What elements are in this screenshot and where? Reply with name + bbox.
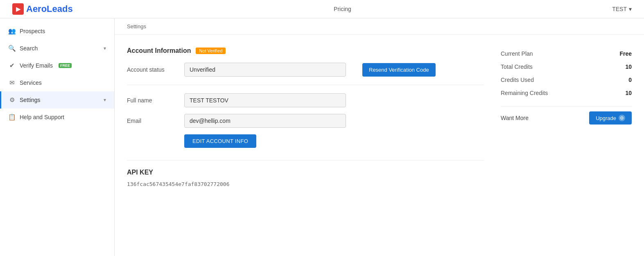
account-status-input[interactable] bbox=[184, 63, 346, 77]
remaining-credits-row: Remaining Credits 10 bbox=[501, 86, 632, 100]
full-name-group: Full name bbox=[127, 93, 484, 107]
help-icon: 📋 bbox=[8, 113, 16, 121]
settings-icon: ⚙ bbox=[8, 96, 16, 104]
email-label: Email bbox=[127, 118, 176, 124]
account-status-group: Account status bbox=[127, 63, 346, 77]
sidebar-item-label: Verify Emails bbox=[20, 62, 53, 69]
settings-panel: Account Information Not Verified Account… bbox=[127, 47, 484, 187]
sidebar-item-search[interactable]: 🔍 Search ▾ bbox=[0, 40, 114, 57]
sidebar-item-verify-emails[interactable]: ✔ Verify Emails FREE bbox=[0, 57, 114, 74]
sidebar-item-label: Prospects bbox=[20, 28, 45, 34]
account-status-row: Account status Resend Verification Code bbox=[127, 63, 484, 85]
user-menu[interactable]: TEST ▾ bbox=[612, 6, 632, 12]
sidebar-item-settings[interactable]: ⚙ Settings ▾ bbox=[0, 91, 114, 109]
current-plan-label: Current Plan bbox=[501, 50, 533, 57]
search-icon: 🔍 bbox=[8, 45, 16, 52]
layout: 👥 Prospects 🔍 Search ▾ ✔ Verify Emails F… bbox=[0, 18, 644, 256]
credits-used-row: Credits Used 0 bbox=[501, 73, 632, 86]
sidebar: 👥 Prospects 🔍 Search ▾ ✔ Verify Emails F… bbox=[0, 18, 115, 256]
credits-used-label: Credits Used bbox=[501, 77, 534, 83]
content-area: Account Information Not Verified Account… bbox=[115, 35, 644, 199]
section-title: Account Information Not Verified bbox=[127, 47, 484, 54]
total-credits-row: Total Credits 10 bbox=[501, 60, 632, 73]
sidebar-item-prospects[interactable]: 👥 Prospects bbox=[0, 23, 114, 40]
sidebar-item-label: Services bbox=[20, 79, 42, 86]
account-info-title: Account Information bbox=[127, 47, 191, 54]
prospects-icon: 👥 bbox=[8, 27, 16, 35]
email-group: Email bbox=[127, 114, 484, 128]
want-more-row: Want More Upgrade ⚙ bbox=[501, 106, 632, 125]
want-more-label: Want More bbox=[501, 115, 529, 121]
total-credits-label: Total Credits bbox=[501, 63, 533, 70]
email-input[interactable] bbox=[184, 114, 346, 128]
sidebar-item-label: Help and Support bbox=[20, 114, 64, 120]
breadcrumb: Settings bbox=[115, 18, 644, 35]
not-verified-badge: Not Verified bbox=[196, 48, 226, 54]
account-status-label: Account status bbox=[127, 66, 176, 73]
api-key-value: 136fcac567435454e7faf83702772006 bbox=[127, 181, 484, 187]
upgrade-button[interactable]: Upgrade ⚙ bbox=[589, 111, 632, 125]
user-dropdown-icon: ▾ bbox=[629, 6, 632, 12]
user-label: TEST bbox=[612, 6, 627, 12]
chevron-down-icon: ▾ bbox=[104, 97, 106, 103]
remaining-credits-label: Remaining Credits bbox=[501, 90, 548, 96]
api-section: API KEY 136fcac567435454e7faf83702772006 bbox=[127, 160, 484, 187]
free-badge: FREE bbox=[59, 63, 72, 68]
main-content: Settings Account Information Not Verifie… bbox=[115, 18, 644, 256]
logo[interactable]: ▶ AeroLeads bbox=[12, 3, 73, 15]
full-name-label: Full name bbox=[127, 97, 176, 104]
logo-text: AeroLeads bbox=[26, 4, 73, 14]
credits-used-value: 0 bbox=[628, 77, 632, 83]
upgrade-btn-label: Upgrade bbox=[596, 115, 616, 121]
pricing-link[interactable]: Pricing bbox=[334, 6, 351, 12]
services-icon: ✉ bbox=[8, 79, 16, 86]
logo-icon: ▶ bbox=[12, 3, 24, 15]
sidebar-item-label: Settings bbox=[20, 97, 41, 103]
sidebar-item-services[interactable]: ✉ Services bbox=[0, 74, 114, 91]
verify-icon: ✔ bbox=[8, 62, 16, 69]
full-name-input[interactable] bbox=[184, 93, 346, 107]
resend-verification-button[interactable]: Resend Verification Code bbox=[362, 63, 436, 77]
upgrade-icon: ⚙ bbox=[619, 115, 625, 121]
current-plan-row: Current Plan Free bbox=[501, 47, 632, 60]
topnav-center: Pricing bbox=[334, 6, 351, 12]
sidebar-item-label: Search bbox=[20, 45, 38, 52]
api-key-title: API KEY bbox=[127, 169, 484, 176]
remaining-credits-value: 10 bbox=[625, 90, 632, 96]
edit-btn-container: EDIT ACCOUNT INFO bbox=[184, 134, 484, 148]
topnav: ▶ AeroLeads Pricing TEST ▾ bbox=[0, 0, 644, 18]
sidebar-item-help[interactable]: 📋 Help and Support bbox=[0, 109, 114, 126]
total-credits-value: 10 bbox=[625, 63, 632, 70]
chevron-down-icon: ▾ bbox=[104, 45, 106, 51]
edit-account-info-button[interactable]: EDIT ACCOUNT INFO bbox=[184, 134, 256, 148]
info-panel: Current Plan Free Total Credits 10 Credi… bbox=[501, 47, 632, 187]
current-plan-value: Free bbox=[619, 50, 632, 57]
